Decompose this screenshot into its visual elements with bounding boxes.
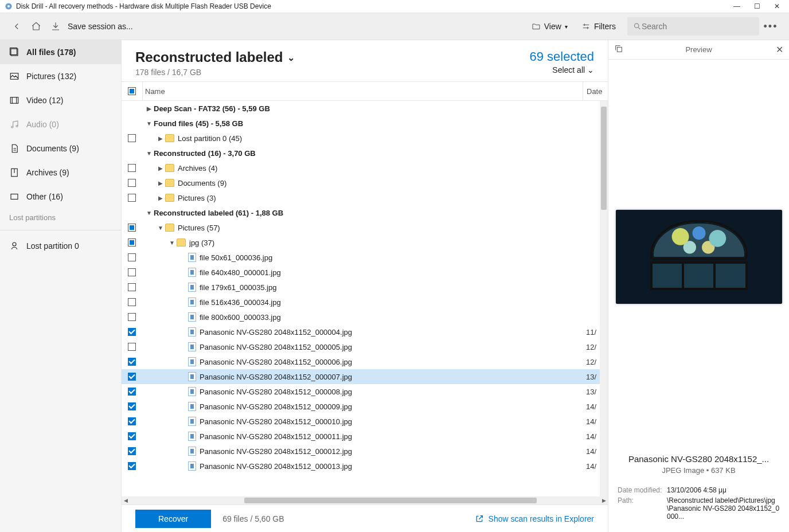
tree-folder[interactable]: ▼Pictures (57): [122, 220, 608, 235]
row-label: Documents (9): [178, 179, 583, 187]
tree-file[interactable]: Panasonic NV-GS280 2048x1512_000012.jpg1…: [122, 444, 608, 459]
close-button[interactable]: ✕: [774, 2, 780, 10]
tree-file[interactable]: file 179x61_000035.jpg: [122, 280, 608, 295]
tree-folder[interactable]: ▶Documents (9): [122, 175, 608, 190]
sidebar-item[interactable]: All files (178): [0, 40, 121, 64]
select-all-button[interactable]: Select all ⌄: [529, 65, 594, 75]
copy-icon[interactable]: [614, 44, 623, 55]
row-checkbox[interactable]: [128, 268, 136, 276]
row-checkbox[interactable]: [128, 298, 136, 306]
tree-file[interactable]: Panasonic NV-GS280 2048x1512_000011.jpg1…: [122, 429, 608, 444]
expander-icon[interactable]: ▼: [144, 120, 154, 127]
tree-folder[interactable]: ▶Archives (4): [122, 161, 608, 175]
tree-file[interactable]: Panasonic NV-GS280 2048x1512_000010.jpg1…: [122, 414, 608, 429]
tree-group[interactable]: ▼Reconstructed labeled (61) - 1,88 GB: [122, 205, 608, 220]
sidebar-item[interactable]: Archives (9): [0, 161, 121, 185]
tree-folder[interactable]: ▶Lost partition 0 (45): [122, 131, 608, 146]
folder-icon: [532, 22, 541, 31]
row-checkbox[interactable]: [128, 179, 136, 187]
tree-file[interactable]: file 800x600_000033.jpg: [122, 310, 608, 324]
show-in-explorer-link[interactable]: Show scan results in Explorer: [475, 514, 594, 523]
row-checkbox[interactable]: [128, 417, 136, 425]
close-preview-button[interactable]: ✕: [776, 44, 783, 55]
expander-icon[interactable]: ▶: [156, 135, 165, 142]
sidebar-item[interactable]: Other (16): [0, 185, 121, 209]
tree-file[interactable]: Panasonic NV-GS280 2048x1512_000008.jpg1…: [122, 384, 608, 399]
tree-file[interactable]: Panasonic NV-GS280 2048x1152_000006.jpg1…: [122, 354, 608, 369]
tree-file[interactable]: Panasonic NV-GS280 2048x1152_000004.jpg1…: [122, 324, 608, 339]
expander-icon[interactable]: ▼: [144, 150, 154, 157]
tree-file[interactable]: Panasonic NV-GS280 2048x1152_000005.jpg1…: [122, 339, 608, 354]
row-checkbox[interactable]: [128, 328, 136, 336]
row-checkbox[interactable]: [128, 164, 136, 172]
save-session-button[interactable]: Save session as...: [68, 22, 133, 31]
sidebar-item[interactable]: Video (12): [0, 88, 121, 112]
more-button[interactable]: •••: [759, 21, 782, 33]
expander-icon[interactable]: ▼: [144, 210, 154, 216]
view-dropdown[interactable]: View ▾: [525, 17, 575, 36]
tree-group[interactable]: ▶Deep Scan - FAT32 (56) - 5,59 GB: [122, 101, 608, 116]
horizontal-scrollbar[interactable]: ◀▶: [122, 496, 608, 504]
row-checkbox[interactable]: [128, 358, 136, 366]
row-checkbox[interactable]: [128, 432, 136, 440]
row-label: jpg (37): [189, 238, 583, 247]
recover-button[interactable]: Recover: [135, 510, 211, 528]
filters-button[interactable]: Filters: [575, 17, 623, 36]
chevron-down-icon: ⌄: [287, 52, 295, 63]
content: Reconstructed labeled ⌄ 178 files / 16,7…: [122, 40, 608, 532]
row-checkbox[interactable]: [128, 313, 136, 321]
sidebar-item[interactable]: Pictures (132): [0, 64, 121, 88]
search-input[interactable]: [642, 22, 753, 31]
expander-icon[interactable]: ▶: [156, 180, 165, 186]
row-checkbox[interactable]: [128, 238, 136, 247]
maximize-button[interactable]: ☐: [754, 2, 760, 10]
sidebar-item[interactable]: Documents (9): [0, 136, 121, 161]
column-name[interactable]: Name: [142, 82, 583, 100]
row-checkbox[interactable]: [128, 402, 136, 410]
tree-folder[interactable]: ▼jpg (37): [122, 235, 608, 250]
expander-icon[interactable]: ▼: [167, 240, 177, 246]
footer: Recover 69 files / 5,60 GB Show scan res…: [122, 504, 608, 532]
vertical-scrollbar[interactable]: [600, 101, 608, 496]
expander-icon[interactable]: ▶: [156, 165, 165, 171]
minimize-button[interactable]: —: [733, 2, 740, 10]
tree-file[interactable]: Panasonic NV-GS280 2048x1512_000009.jpg1…: [122, 399, 608, 414]
tree-group[interactable]: ▼Reconstructed (16) - 3,70 GB: [122, 146, 608, 161]
row-label: Panasonic NV-GS280 2048x1512_000009.jpg: [200, 402, 583, 411]
expander-icon[interactable]: ▼: [156, 225, 165, 231]
tree-file[interactable]: Panasonic NV-GS280 2048x1152_000007.jpg1…: [122, 369, 608, 384]
row-checkbox[interactable]: [128, 253, 136, 261]
row-checkbox[interactable]: [128, 224, 136, 232]
view-title[interactable]: Reconstructed labeled ⌄: [135, 49, 529, 65]
row-checkbox[interactable]: [128, 462, 136, 470]
image-file-icon: [188, 268, 196, 277]
row-label: Panasonic NV-GS280 2048x1512_000013.jpg: [200, 462, 583, 471]
row-checkbox[interactable]: [128, 343, 136, 351]
sidebar-item[interactable]: Lost partition 0: [0, 234, 121, 258]
home-button[interactable]: [26, 17, 46, 36]
expander-icon[interactable]: ▶: [144, 105, 154, 112]
row-checkbox[interactable]: [128, 283, 136, 291]
sidebar-item[interactable]: Audio (0): [0, 112, 121, 136]
image-file-icon: [188, 253, 196, 262]
select-all-checkbox[interactable]: [128, 87, 136, 95]
search-box[interactable]: [627, 17, 759, 36]
image-file-icon: [188, 298, 196, 307]
row-checkbox[interactable]: [128, 447, 136, 455]
row-checkbox[interactable]: [128, 388, 136, 396]
row-label: Pictures (3): [178, 194, 583, 202]
tree-file[interactable]: Panasonic NV-GS280 2048x1512_000013.jpg1…: [122, 459, 608, 474]
row-checkbox[interactable]: [128, 134, 136, 142]
back-button[interactable]: [7, 17, 26, 36]
tree-file[interactable]: file 640x480_000001.jpg: [122, 265, 608, 280]
row-checkbox[interactable]: [128, 194, 136, 202]
row-label: Reconstructed (16) - 3,70 GB: [154, 149, 583, 158]
download-icon[interactable]: [46, 17, 65, 36]
tree-file[interactable]: file 50x61_000036.jpg: [122, 250, 608, 265]
expander-icon[interactable]: ▶: [156, 195, 165, 201]
tree-folder[interactable]: ▶Pictures (3): [122, 190, 608, 205]
column-date[interactable]: Date: [583, 82, 608, 100]
tree-file[interactable]: file 516x436_000034.jpg: [122, 295, 608, 310]
tree-group[interactable]: ▼Found files (45) - 5,58 GB: [122, 116, 608, 131]
row-checkbox[interactable]: [128, 373, 136, 381]
